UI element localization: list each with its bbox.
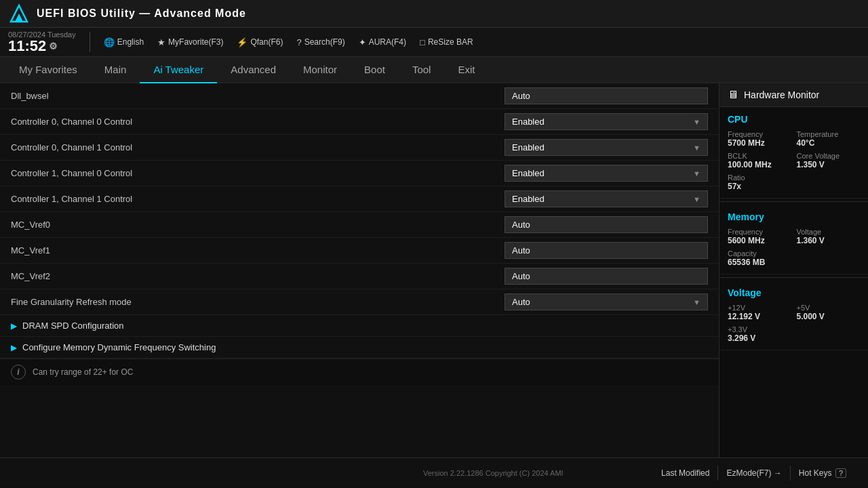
row-value-fine-granularity[interactable]: Auto ▼	[505, 293, 708, 310]
row-value-ctrl1-ch1[interactable]: Enabled ▼	[505, 190, 708, 207]
row-value-mc-vref2[interactable]: Auto	[505, 268, 708, 285]
section-dram-spd[interactable]: ▶ DRAM SPD Configuration	[0, 315, 719, 337]
hw-memory-title: Memory	[728, 211, 860, 222]
hw-cpu-temp-label: Temperature 40°C	[797, 130, 861, 148]
hw-cpu-bclk-label: BCLK 100.00 MHz	[728, 152, 791, 169]
search-button[interactable]: ? Search(F9)	[291, 35, 350, 49]
my-favorite-button[interactable]: ★ MyFavorite(F3)	[152, 35, 229, 49]
last-modified-button[interactable]: Last Modified	[653, 466, 717, 481]
row-value-mc-vref1[interactable]: Auto	[505, 242, 708, 259]
dropdown-ctrl0-ch1[interactable]: Enabled ▼	[505, 139, 708, 156]
hardware-monitor-title: Hardware Monitor	[744, 89, 819, 100]
value-box-mc-vref0[interactable]: Auto	[505, 216, 708, 233]
row-value-mc-vref0[interactable]: Auto	[505, 216, 708, 233]
section-memory-dynamic-label: Configure Memory Dynamic Frequency Switc…	[22, 342, 216, 352]
svg-marker-1	[15, 14, 23, 22]
hw-memory-grid: Frequency 5600 MHz Voltage 1.360 V	[728, 228, 860, 245]
hw-cpu-ratio: Ratio 57x	[728, 174, 860, 191]
dropdown-arrow-icon: ▼	[693, 195, 701, 203]
search-icon: ?	[296, 37, 301, 47]
nav-item-advanced[interactable]: Advanced	[217, 57, 290, 82]
hw-mem-capacity: Capacity 65536 MB	[728, 249, 860, 267]
table-row[interactable]: Controller 0, Channel 0 Control Enabled …	[0, 109, 719, 135]
hw-section-voltage: Voltage +12V 12.192 V +5V 5.000 V +3.3V …	[719, 281, 868, 350]
hw-section-memory: Memory Frequency 5600 MHz Voltage 1.360 …	[719, 205, 868, 274]
dropdown-ctrl1-ch0[interactable]: Enabled ▼	[505, 165, 708, 182]
bios-title: UEFI BIOS Utility — Advanced Mode	[37, 7, 246, 20]
section-memory-dynamic[interactable]: ▶ Configure Memory Dynamic Frequency Swi…	[0, 337, 719, 359]
aura-button[interactable]: ✦ AURA(F4)	[353, 35, 412, 49]
info-bar: i Can try range of 22+ for OC	[0, 359, 719, 385]
hw-voltage-title: Voltage	[728, 287, 860, 298]
dropdown-arrow-icon: ▼	[693, 169, 701, 178]
hw-cpu-grid: Frequency 5700 MHz Temperature 40°C BCLK…	[728, 130, 860, 169]
section-dram-spd-label: DRAM SPD Configuration	[22, 321, 124, 331]
main-nav: My Favorites Main Ai Tweaker Advanced Mo…	[0, 57, 868, 83]
value-box-mc-vref2[interactable]: Auto	[505, 268, 708, 285]
hw-mem-freq: Frequency 5600 MHz	[728, 228, 791, 245]
hw-divider	[719, 277, 868, 278]
table-row[interactable]: Controller 1, Channel 0 Control Enabled …	[0, 161, 719, 186]
qfan-label: Qfan(F6)	[250, 37, 283, 47]
nav-item-tool[interactable]: Tool	[399, 57, 445, 82]
row-label-dll-bwsel: Dll_bwsel	[11, 91, 505, 101]
table-row[interactable]: Fine Granularity Refresh mode Auto ▼	[0, 289, 719, 315]
dropdown-ctrl0-ch0[interactable]: Enabled ▼	[505, 113, 708, 130]
dropdown-fine-granularity[interactable]: Auto ▼	[505, 293, 708, 310]
hot-keys-button[interactable]: Hot Keys ?	[790, 466, 854, 481]
table-row[interactable]: MC_Vref1 Auto	[0, 238, 719, 264]
row-value-ctrl1-ch0[interactable]: Enabled ▼	[505, 165, 708, 182]
nav-item-my-favorites[interactable]: My Favorites	[5, 57, 91, 82]
section-expand-icon: ▶	[11, 321, 17, 331]
row-label-mc-vref2: MC_Vref2	[11, 271, 505, 281]
row-value-ctrl0-ch1[interactable]: Enabled ▼	[505, 139, 708, 156]
hw-12v: +12V 12.192 V	[728, 304, 791, 321]
settings-gear-icon[interactable]: ⚙	[49, 41, 58, 51]
footer-version: Version 2.22.1286 Copyright (C) 2024 AMI	[334, 469, 654, 477]
nav-item-main[interactable]: Main	[91, 57, 140, 82]
dropdown-arrow-icon: ▼	[693, 298, 701, 306]
hw-section-cpu: CPU Frequency 5700 MHz Temperature 40°C …	[719, 107, 868, 199]
nav-item-exit[interactable]: Exit	[444, 57, 488, 82]
hw-5v: +5V 5.000 V	[797, 304, 861, 321]
hw-voltage-grid: +12V 12.192 V +5V 5.000 V +3.3V 3.296 V	[728, 304, 860, 343]
language-icon: 🌐	[104, 37, 115, 47]
value-box-mc-vref1[interactable]: Auto	[505, 242, 708, 259]
nav-item-monitor[interactable]: Monitor	[290, 57, 351, 82]
nav-item-boot[interactable]: Boot	[351, 57, 399, 82]
row-label-ctrl0-ch1: Controller 0, Channel 1 Control	[11, 142, 505, 152]
table-row[interactable]: Dll_bwsel Auto	[0, 83, 719, 109]
row-label-mc-vref0: MC_Vref0	[11, 220, 505, 230]
resize-bar-button[interactable]: □ ReSize BAR	[414, 35, 479, 49]
hw-divider	[719, 201, 868, 202]
row-label-fine-granularity: Fine Granularity Refresh mode	[11, 297, 505, 307]
dropdown-arrow-icon: ▼	[693, 118, 701, 126]
header: UEFI BIOS Utility — Advanced Mode	[0, 0, 868, 28]
row-value-ctrl0-ch0[interactable]: Enabled ▼	[505, 113, 708, 130]
footer-buttons: Last Modified EzMode(F7) → Hot Keys ?	[653, 466, 854, 481]
qfan-icon: ⚡	[237, 37, 248, 47]
footer: Version 2.22.1286 Copyright (C) 2024 AMI…	[0, 458, 868, 487]
resize-bar-label: ReSize BAR	[428, 37, 473, 47]
toolbar-separator	[90, 32, 90, 52]
table-row[interactable]: Controller 1, Channel 1 Control Enabled …	[0, 186, 719, 212]
row-value-dll-bwsel[interactable]: Auto	[505, 87, 708, 104]
bios-content: Dll_bwsel Auto Controller 0, Channel 0 C…	[0, 83, 719, 458]
row-label-mc-vref1: MC_Vref1	[11, 245, 505, 256]
ezmode-button[interactable]: EzMode(F7) →	[717, 466, 789, 481]
main-layout: Dll_bwsel Auto Controller 0, Channel 0 C…	[0, 83, 868, 458]
table-row[interactable]: MC_Vref2 Auto	[0, 264, 719, 289]
hot-keys-icon: ?	[835, 468, 846, 478]
value-box-dll-bwsel[interactable]: Auto	[505, 87, 708, 104]
hw-cpu-voltage-label: Core Voltage 1.350 V	[797, 152, 861, 169]
dropdown-ctrl1-ch1[interactable]: Enabled ▼	[505, 190, 708, 207]
hw-cpu-freq-label: Frequency 5700 MHz	[728, 130, 791, 148]
table-row[interactable]: MC_Vref0 Auto	[0, 212, 719, 238]
nav-item-ai-tweaker[interactable]: Ai Tweaker	[140, 57, 217, 83]
info-icon: i	[11, 365, 26, 380]
asus-logo-icon	[8, 3, 30, 24]
language-button[interactable]: 🌐 English	[98, 35, 149, 49]
qfan-button[interactable]: ⚡ Qfan(F6)	[231, 35, 288, 49]
table-row[interactable]: Controller 0, Channel 1 Control Enabled …	[0, 135, 719, 161]
aura-label: AURA(F4)	[369, 37, 406, 47]
